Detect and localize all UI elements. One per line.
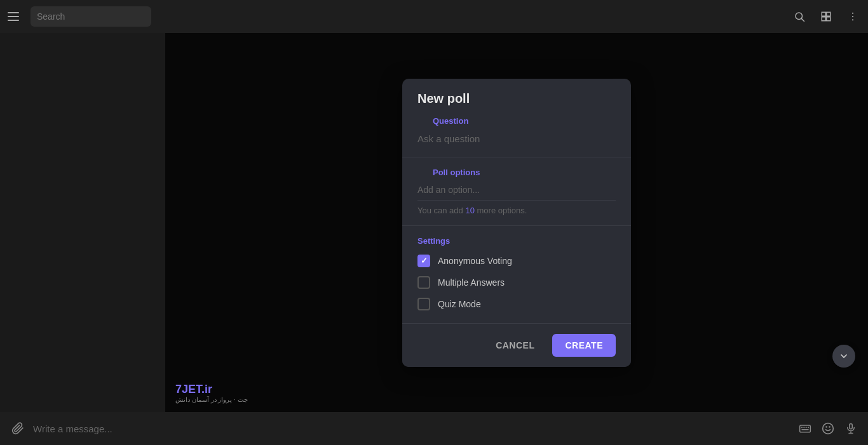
bottom-bar bbox=[0, 412, 868, 445]
new-poll-modal: New poll Question Poll options You can a… bbox=[402, 79, 631, 367]
quiz-mode-item[interactable]: Quiz Mode bbox=[417, 298, 616, 310]
svg-line-1 bbox=[801, 18, 804, 21]
settings-label: Settings bbox=[417, 236, 616, 246]
top-bar bbox=[0, 0, 868, 33]
sidebar bbox=[0, 33, 165, 412]
cancel-button[interactable]: CANCEL bbox=[483, 334, 547, 357]
svg-rect-5 bbox=[827, 17, 831, 21]
poll-options-label: Poll options bbox=[417, 168, 616, 182]
quiz-mode-label: Quiz Mode bbox=[438, 299, 481, 309]
bottom-right-icons bbox=[798, 422, 858, 435]
question-input[interactable] bbox=[417, 131, 616, 147]
add-option-input[interactable] bbox=[417, 182, 616, 200]
quiz-mode-checkbox[interactable] bbox=[417, 298, 430, 310]
emoji-icon[interactable] bbox=[821, 422, 835, 435]
content-area: New poll Question Poll options You can a… bbox=[165, 33, 868, 412]
top-bar-right bbox=[792, 9, 860, 24]
question-section: Question bbox=[402, 116, 631, 157]
options-hint: You can add 10 more options. bbox=[417, 200, 616, 215]
svg-rect-9 bbox=[800, 425, 811, 432]
multiple-answers-checkbox[interactable] bbox=[417, 276, 430, 289]
mic-icon[interactable] bbox=[844, 422, 858, 435]
attach-icon[interactable] bbox=[10, 421, 25, 436]
modal-overlay: New poll Question Poll options You can a… bbox=[165, 33, 868, 412]
modal-title: New poll bbox=[402, 79, 631, 116]
logo: 7JET.ir جت · پرواز در آسمان دانش bbox=[175, 383, 248, 403]
anonymous-voting-label: Anonymous Voting bbox=[438, 256, 512, 266]
svg-rect-18 bbox=[850, 424, 853, 429]
multiple-answers-label: Multiple Answers bbox=[438, 277, 505, 288]
search-input[interactable] bbox=[31, 6, 151, 27]
logo-area: 7JET.ir جت · پرواز در آسمان دانش bbox=[165, 374, 330, 412]
svg-rect-3 bbox=[827, 12, 831, 16]
menu-icon[interactable] bbox=[8, 9, 23, 24]
anonymous-voting-checkbox[interactable] bbox=[417, 255, 430, 267]
svg-point-7 bbox=[852, 16, 853, 17]
anonymous-voting-item[interactable]: Anonymous Voting bbox=[417, 255, 616, 267]
search-icon[interactable] bbox=[792, 9, 807, 24]
message-input[interactable] bbox=[33, 423, 790, 434]
scroll-down-button[interactable] bbox=[832, 345, 855, 368]
svg-rect-2 bbox=[822, 12, 825, 16]
layout-icon[interactable] bbox=[818, 9, 834, 24]
multiple-answers-item[interactable]: Multiple Answers bbox=[417, 276, 616, 289]
question-label: Question bbox=[417, 116, 616, 131]
more-icon[interactable] bbox=[845, 9, 860, 24]
svg-point-15 bbox=[823, 423, 834, 434]
svg-point-8 bbox=[852, 19, 853, 20]
svg-point-6 bbox=[852, 13, 853, 14]
settings-section: Settings Anonymous Voting Multiple Answe… bbox=[402, 226, 631, 323]
svg-rect-4 bbox=[822, 17, 825, 21]
modal-footer: CANCEL CREATE bbox=[402, 323, 631, 367]
poll-options-section: Poll options You can add 10 more options… bbox=[402, 157, 631, 226]
create-button[interactable]: CREATE bbox=[552, 334, 616, 357]
main-layout: New poll Question Poll options You can a… bbox=[0, 33, 868, 412]
keyboard-icon[interactable] bbox=[798, 422, 812, 435]
